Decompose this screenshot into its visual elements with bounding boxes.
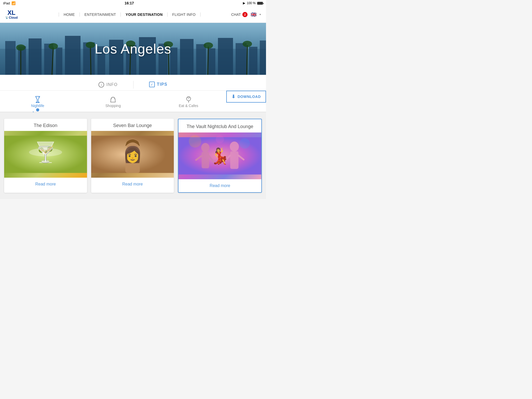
nav-your-destination[interactable]: YOUR DESTINATION bbox=[121, 12, 168, 17]
logo-xl: XL bbox=[8, 10, 16, 16]
cat-eat-label: Eat & Cafes bbox=[179, 104, 198, 108]
svg-line-59 bbox=[224, 156, 230, 161]
tab-tips[interactable]: ✓ TIPS bbox=[134, 79, 183, 90]
wifi-icon: 📶 bbox=[11, 1, 16, 5]
svg-rect-14 bbox=[180, 39, 194, 75]
nav-flight-info[interactable]: FLIGHT INFO bbox=[168, 12, 201, 17]
card-title-the-edison: The Edison bbox=[4, 119, 87, 131]
seven-image-svg bbox=[91, 131, 174, 178]
logo[interactable]: XL 📡 Cloud bbox=[5, 10, 18, 19]
svg-point-63 bbox=[216, 135, 224, 144]
tips-label: TIPS bbox=[157, 82, 168, 87]
battery-icon bbox=[257, 2, 263, 5]
navbar: XL 📡 Cloud HOME ENTERTAINMENT YOUR DESTI… bbox=[0, 6, 266, 23]
eat-icon bbox=[184, 95, 193, 104]
status-left: iPad 📶 bbox=[3, 1, 16, 5]
tips-icon: ✓ bbox=[149, 82, 155, 87]
download-icon: ⬇ bbox=[231, 94, 236, 99]
battery-pct: 100 % bbox=[247, 1, 256, 5]
svg-point-24 bbox=[49, 43, 58, 49]
svg-point-34 bbox=[243, 41, 252, 47]
flag-uk-icon[interactable]: 🇬🇧 bbox=[251, 12, 256, 17]
read-more-seven-bar[interactable]: Read more bbox=[91, 178, 174, 191]
svg-point-36 bbox=[39, 97, 39, 98]
svg-point-35 bbox=[36, 97, 37, 98]
logo-cloud-label: Cloud bbox=[9, 16, 18, 19]
chat-button[interactable]: CHAT 2 bbox=[231, 12, 248, 17]
svg-point-57 bbox=[230, 142, 239, 151]
cards-section: The Edison bbox=[0, 112, 266, 199]
card-title-vault: The Vault Nightclub And Lounge bbox=[178, 119, 261, 132]
svg-point-62 bbox=[240, 138, 250, 149]
hero-banner: Los Angeles bbox=[0, 23, 266, 75]
chat-badge: 2 bbox=[242, 12, 248, 17]
nav-links: HOME ENTERTAINMENT YOUR DESTINATION FLIG… bbox=[28, 12, 231, 17]
info-icon: i bbox=[98, 82, 104, 88]
cat-tab-eat[interactable]: Eat & Cafes bbox=[151, 91, 226, 111]
svg-point-32 bbox=[204, 42, 213, 49]
status-time: 16:17 bbox=[125, 1, 134, 5]
svg-rect-17 bbox=[218, 38, 233, 75]
location-icon: ▶ bbox=[243, 1, 245, 5]
nav-right: CHAT 2 🇬🇧 ▾ bbox=[231, 12, 261, 17]
card-image-seven-bar bbox=[91, 131, 174, 178]
svg-rect-18 bbox=[236, 43, 247, 75]
svg-line-31 bbox=[208, 47, 208, 75]
status-right: ▶ 100 % bbox=[243, 1, 263, 5]
info-label: INFO bbox=[106, 82, 117, 87]
svg-rect-6 bbox=[65, 36, 81, 75]
svg-point-53 bbox=[201, 143, 210, 152]
svg-rect-5 bbox=[56, 48, 62, 75]
info-tips-row: i INFO ✓ TIPS bbox=[0, 75, 266, 90]
svg-marker-42 bbox=[37, 142, 54, 154]
hero-title: Los Angeles bbox=[95, 41, 171, 57]
language-dropdown-arrow[interactable]: ▾ bbox=[260, 13, 261, 16]
cat-tab-shopping[interactable]: Shopping bbox=[75, 91, 151, 111]
svg-point-46 bbox=[47, 147, 52, 152]
download-label: DOWNLOAD bbox=[237, 95, 261, 99]
svg-rect-54 bbox=[202, 152, 209, 168]
svg-line-25 bbox=[90, 46, 91, 75]
vault-image-svg bbox=[178, 132, 261, 179]
card-title-seven-bar: Seven Bar Lounge bbox=[91, 119, 174, 131]
svg-point-41 bbox=[29, 148, 62, 156]
svg-rect-16 bbox=[209, 48, 215, 75]
chat-label: CHAT bbox=[231, 12, 241, 17]
tab-info[interactable]: i INFO bbox=[83, 79, 133, 90]
card-the-edison[interactable]: The Edison bbox=[4, 119, 87, 193]
svg-rect-1 bbox=[5, 41, 16, 75]
read-more-vault[interactable]: Read more bbox=[178, 179, 261, 192]
card-vault[interactable]: The Vault Nightclub And Lounge bbox=[178, 119, 262, 193]
nightlife-icon bbox=[34, 95, 42, 104]
svg-point-26 bbox=[86, 42, 95, 48]
shopping-icon bbox=[109, 95, 117, 104]
svg-point-45 bbox=[39, 148, 44, 153]
active-tab-dot bbox=[33, 111, 34, 112]
logo-wifi-icon: 📡 bbox=[5, 16, 8, 19]
svg-rect-40 bbox=[4, 136, 87, 173]
card-image-the-edison bbox=[4, 131, 87, 178]
svg-point-47 bbox=[41, 149, 42, 151]
tab-indicator-bar bbox=[0, 111, 266, 112]
cat-tab-nightlife[interactable]: Nightlife bbox=[0, 91, 75, 111]
svg-point-48 bbox=[49, 148, 50, 150]
card-image-vault bbox=[178, 132, 261, 179]
download-button[interactable]: ⬇ DOWNLOAD bbox=[226, 91, 266, 103]
nav-home[interactable]: HOME bbox=[59, 12, 80, 17]
svg-point-22 bbox=[16, 44, 25, 51]
cat-nightlife-label: Nightlife bbox=[31, 104, 44, 108]
svg-rect-15 bbox=[196, 44, 206, 75]
svg-rect-58 bbox=[230, 151, 239, 169]
svg-rect-20 bbox=[260, 41, 266, 75]
card-seven-bar[interactable]: Seven Bar Lounge Read more bbox=[91, 119, 174, 193]
edison-image-svg bbox=[4, 131, 87, 178]
svg-point-61 bbox=[189, 135, 201, 148]
svg-line-33 bbox=[247, 45, 247, 75]
svg-point-37 bbox=[187, 97, 191, 101]
read-more-the-edison[interactable]: Read more bbox=[4, 178, 87, 191]
tab-section: i INFO ✓ TIPS Nightlife Shopping bbox=[0, 75, 266, 112]
category-tabs: Nightlife Shopping Eat & Cafes ⬇ DOWNLOA… bbox=[0, 90, 266, 111]
nav-entertainment[interactable]: ENTERTAINMENT bbox=[80, 12, 121, 17]
svg-rect-19 bbox=[249, 47, 257, 75]
device-label: iPad bbox=[3, 1, 10, 5]
